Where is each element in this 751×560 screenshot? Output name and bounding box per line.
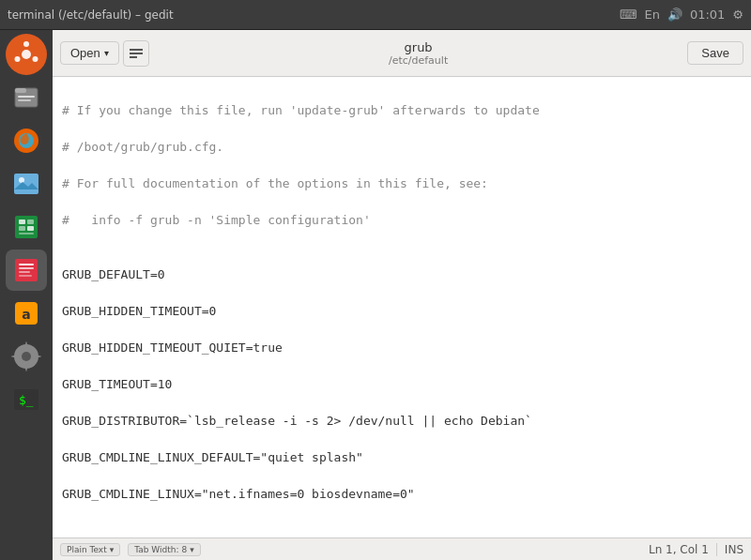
sidebar-item-firefox[interactable]	[6, 120, 47, 161]
svg-rect-19	[19, 233, 34, 235]
svg-rect-32	[130, 53, 143, 54]
svg-rect-33	[130, 56, 137, 58]
svg-text:$_: $_	[19, 393, 34, 407]
svg-rect-8	[18, 99, 31, 101]
tab-area: grub /etc/default	[153, 40, 684, 67]
svg-rect-15	[19, 219, 25, 224]
svg-rect-16	[27, 219, 34, 224]
open-button[interactable]: Open ▾	[60, 41, 119, 65]
tabwidth-arrow: ▾	[190, 545, 194, 554]
sound-icon[interactable]: 🔊	[667, 8, 682, 22]
titlebar: terminal (/etc/default) – gedit ⌨ En 🔊 0…	[0, 0, 751, 30]
sidebar-item-text-editor[interactable]	[6, 250, 47, 291]
editor-line: GRUB_CMDLINE_LINUX="net.ifnames=0 biosde…	[62, 485, 742, 504]
ins-label: INS	[725, 543, 743, 556]
editor-line: GRUB_DEFAULT=0	[62, 265, 742, 284]
svg-point-3	[33, 56, 38, 62]
editor-line: GRUB_CMDLINE_LINUX_DEFAULT="quiet splash…	[62, 448, 742, 467]
sidebar-item-amazon[interactable]: a	[6, 293, 47, 334]
sidebar-item-terminal[interactable]: $_	[6, 379, 47, 420]
svg-point-12	[19, 177, 24, 183]
editor-line: # If you change this file, run 'update-g…	[62, 101, 742, 120]
open-dropdown-arrow: ▾	[104, 48, 109, 58]
editor-area[interactable]: # If you change this file, run 'update-g…	[53, 77, 751, 537]
svg-rect-23	[19, 271, 30, 273]
filetype-dropdown[interactable]: Plain Text ▾	[60, 543, 120, 556]
sidebar-item-ubuntu[interactable]	[6, 34, 47, 75]
svg-rect-20	[15, 259, 38, 281]
svg-rect-22	[19, 267, 34, 269]
svg-rect-6	[15, 88, 26, 93]
titlebar-title: terminal (/etc/default) – gedit	[8, 8, 174, 22]
editor-line: GRUB_TIMEOUT=10	[62, 375, 742, 394]
editor-line: GRUB_HIDDEN_TIMEOUT=0	[62, 302, 742, 321]
svg-point-2	[23, 41, 29, 47]
statusbar-separator	[716, 543, 717, 556]
tab-title: grub	[405, 40, 433, 54]
keyboard-icon[interactable]: ⌨	[620, 8, 637, 22]
editor-line: GRUB_HIDDEN_TIMEOUT_QUIET=true	[62, 339, 742, 357]
tabwidth-dropdown[interactable]: Tab Width: 8 ▾	[128, 543, 200, 556]
sidebar: a $_	[0, 30, 53, 560]
sidebar-item-image-viewer[interactable]	[6, 163, 47, 204]
svg-rect-31	[130, 49, 143, 51]
main-area: Open ▾ grub /etc/default Save # If you c…	[53, 30, 751, 560]
svg-rect-21	[19, 264, 34, 265]
sidebar-item-files[interactable]	[6, 77, 47, 118]
filetype-label: Plain Text	[67, 545, 107, 554]
save-button[interactable]: Save	[687, 41, 743, 65]
editor-line: # For full documentation of the options …	[62, 174, 742, 193]
titlebar-controls: ⌨ En 🔊 01:01 ⚙	[620, 8, 743, 22]
titlebar-left: terminal (/etc/default) – gedit	[8, 8, 174, 22]
svg-rect-24	[19, 275, 32, 277]
editor-line: GRUB_DISTRIBUTOR=`lsb_release -i -s 2> /…	[62, 412, 742, 431]
toolbar-extra-button[interactable]	[123, 40, 149, 67]
svg-point-28	[22, 352, 31, 361]
svg-rect-7	[18, 96, 35, 98]
filetype-arrow: ▾	[110, 545, 115, 554]
tab-subtitle: /etc/default	[389, 54, 448, 67]
open-label: Open	[70, 46, 100, 60]
clock: 01:01	[690, 8, 725, 22]
sidebar-item-calc[interactable]	[6, 206, 47, 248]
svg-rect-18	[27, 226, 34, 231]
position-label: Ln 1, Col 1	[649, 543, 709, 556]
svg-rect-17	[19, 226, 25, 231]
editor-line: # info -f grub -n 'Simple configuration'	[62, 211, 742, 230]
sidebar-item-settings[interactable]	[6, 336, 47, 377]
toolbar: Open ▾ grub /etc/default Save	[53, 30, 751, 77]
lang-indicator[interactable]: En	[644, 8, 659, 22]
statusbar: Plain Text ▾ Tab Width: 8 ▾ Ln 1, Col 1 …	[53, 537, 751, 560]
editor-line: # /boot/grub/grub.cfg.	[62, 138, 742, 157]
svg-point-4	[15, 56, 21, 62]
tabwidth-label: Tab Width: 8	[134, 545, 187, 554]
svg-text:a: a	[22, 307, 30, 322]
svg-point-1	[22, 50, 31, 59]
system-settings-icon[interactable]: ⚙	[732, 8, 743, 22]
svg-rect-14	[15, 216, 38, 238]
svg-rect-11	[14, 174, 38, 194]
